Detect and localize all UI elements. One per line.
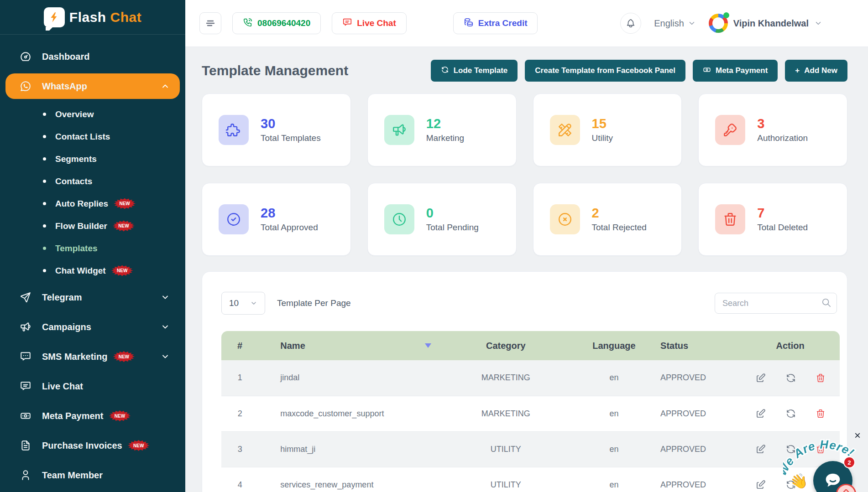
delete-button[interactable] [816,409,826,419]
column-header-category[interactable]: Category [444,331,568,360]
page-size-select[interactable]: 10 [221,292,265,315]
cell-name: maxcode_customer_support [258,396,444,431]
stat-value: 15 [592,117,613,131]
create-template-facebook-button[interactable]: Create Template from Facebook Panel [525,60,685,82]
edit-button[interactable] [755,408,766,419]
column-header-status[interactable]: Status [660,331,741,360]
row-actions [741,373,840,383]
lightning-bubble-icon [44,7,65,27]
cell-name: himmat_ji [258,431,444,467]
topbar-right: English Vipin Khandelwal [620,13,822,34]
message-dots-icon [19,350,32,363]
title-row: Template Management Lode Template Create… [202,60,847,82]
hamburger-menu-button[interactable] [199,12,221,34]
row-actions [741,408,840,419]
notifications-bell-button[interactable] [620,13,641,34]
column-header-language[interactable]: Language [568,331,660,360]
lode-template-button[interactable]: Lode Template [431,60,518,82]
search-icon [821,298,831,310]
table-row: 1 jindal MARKETING en APPROVED [221,360,840,396]
sidebar-item-dashboard[interactable]: Dashboard [5,44,180,69]
new-badge: NEW [111,265,133,276]
chevron-down-icon [161,322,170,331]
sidebar-item-live-chat[interactable]: Live Chat [5,373,180,399]
sidebar-item-whatsapp[interactable]: WhatsApp [5,73,180,99]
sidebar-item-label: WhatsApp [42,81,87,92]
bullet-dot [43,157,46,161]
edit-button[interactable] [755,479,766,490]
cell-category: UTILITY [444,431,568,467]
stat-label: Total Pending [426,223,479,233]
app-root: Flash Chat Dashboard WhatsApp Overview C… [0,0,868,492]
telegram-icon [19,291,32,304]
whatsapp-icon [19,80,32,93]
chevron-down-icon [688,19,696,27]
live-chat-button[interactable]: Live Chat [332,12,407,34]
online-status-dot [723,12,729,18]
stat-value: 30 [261,117,321,131]
edit-button[interactable] [755,444,766,455]
stat-total-rejected: 2Total Rejected [533,183,682,256]
user-menu[interactable]: Vipin Khandelwal [709,14,822,33]
sidebar: Flash Chat Dashboard WhatsApp Overview C… [0,0,185,492]
add-new-button[interactable]: + Add New [785,60,847,82]
stat-marketing: 12Marketing [367,93,517,166]
sync-button[interactable] [785,373,796,383]
language-selector[interactable]: English [654,18,696,29]
edit-button[interactable] [755,373,766,383]
sidebar-item-overview[interactable]: Overview [0,103,185,125]
sidebar-item-campaigns[interactable]: Campaigns [5,314,180,340]
main-area: 08069640420 Live Chat Extra Credit Engli… [185,0,868,492]
sidebar-item-chat-widget[interactable]: Chat WidgetNEW [0,259,185,282]
trash-icon [715,204,745,234]
sidebar-item-sms-marketing[interactable]: SMS Marketing NEW [5,344,180,369]
sidebar-item-flow-builder[interactable]: Flow BuilderNEW [0,215,185,237]
bell-icon [841,488,852,492]
user-icon [19,469,32,482]
templates-table: # Name Category Language Status Action [221,331,840,492]
new-badge: NEW [113,351,135,362]
sidebar-item-templates[interactable]: Templates [0,237,185,259]
cell-status: APPROVED [660,396,741,431]
cell-status: APPROVED [660,467,741,492]
sort-descending-icon[interactable] [425,343,431,348]
page-title: Template Management [202,63,348,78]
search-input[interactable] [715,293,837,314]
sidebar-item-segments[interactable]: Segments [0,148,185,170]
column-header-action: Action [741,331,840,360]
sync-button[interactable] [785,408,796,419]
check-circle-icon [219,204,249,234]
sidebar-item-auto-replies[interactable]: Auto RepliesNEW [0,192,185,215]
sidebar-item-contact-lists[interactable]: Contact Lists [0,125,185,148]
bullet-dot [43,202,46,205]
column-header-name[interactable]: Name [258,331,444,360]
new-badge: NEW [109,410,131,421]
sidebar-item-purchase-invoices[interactable]: Purchase Invoices NEW [5,433,180,458]
meta-payment-button[interactable]: Meta Payment [693,60,778,82]
stat-value: 28 [261,206,318,221]
banknote-icon [19,409,32,422]
sidebar-item-telegram[interactable]: Telegram [5,285,180,310]
stat-label: Total Rejected [592,223,647,233]
key-icon [715,115,745,145]
cell-category: MARKETING [444,396,568,431]
cell-num: 1 [221,360,258,396]
avatar [709,14,728,33]
support-phone-button[interactable]: 08069640420 [232,12,321,34]
extra-credit-button[interactable]: Extra Credit [453,12,538,34]
cell-category: UTILITY [444,467,568,492]
stat-value: 2 [592,206,647,221]
cell-language: en [568,396,660,431]
cell-status: APPROVED [660,360,741,396]
table-controls: 10 Template Per Page [221,292,840,315]
column-header-num[interactable]: # [221,331,258,360]
cell-num: 2 [221,396,258,431]
cell-name: jindal [258,360,444,396]
delete-button[interactable] [816,373,826,383]
sidebar-item-meta-payment[interactable]: Meta Payment NEW [5,403,180,429]
sidebar-item-contacts[interactable]: Contacts [0,170,185,192]
cell-language: en [568,467,660,492]
stat-value: 7 [757,206,808,221]
stat-label: Marketing [426,133,464,143]
sidebar-item-team-member[interactable]: Team Member [5,462,180,488]
